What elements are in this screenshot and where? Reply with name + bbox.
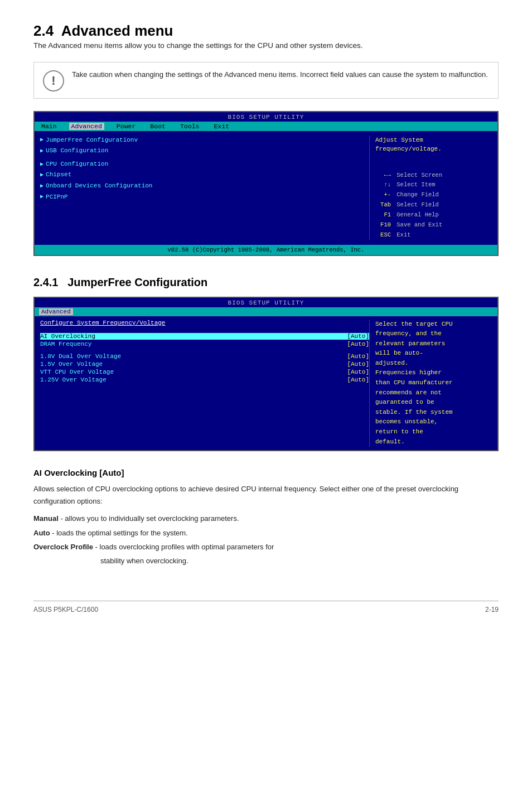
bios-screen-1: BIOS SETUP UTILITY Main Advanced Power B… — [33, 111, 499, 256]
ai-overclocking-body: Allows selection of CPU overclocking opt… — [33, 483, 499, 507]
config-section-label: Configure System Frequency/Voltage — [40, 320, 369, 326]
warning-text: Take caution when changing the settings … — [72, 69, 488, 81]
bios-menu-group-1: ▶ JumperFree Configurationv ▶ USB Config… — [40, 136, 364, 156]
bios-screen-2: BIOS SETUP UTILITY Advanced Configure Sy… — [33, 297, 499, 452]
config-row-ai: AI Overclocking [Auto] — [40, 333, 369, 340]
warning-icon: ! — [43, 70, 64, 91]
bios-item-usb: ▶ USB Configuration — [40, 146, 364, 156]
warning-box: ! Take caution when changing the setting… — [33, 62, 499, 99]
bios-menu-main: Main — [39, 123, 59, 130]
arrow-icon: ▶ — [40, 160, 43, 169]
bios-menu-advanced: Advanced — [69, 123, 104, 130]
bios-help-text: Adjust Systemfrequency/voltage. — [375, 136, 492, 154]
bios-item-jumperfree: ▶ JumperFree Configurationv — [40, 136, 364, 146]
footer-right: 2-19 — [485, 606, 499, 613]
footer-left: ASUS P5KPL-C/1600 — [33, 606, 98, 613]
bios-body-2: Configure System Frequency/Voltage AI Ov… — [35, 316, 497, 451]
config-row-1-25v: 1.25V Over Voltage [Auto] — [40, 376, 369, 383]
bios-menu-group-2: ▶ CPU Configuration ▶ Chipset ▶ Onboard … — [40, 160, 364, 202]
bios-menu-exit: Exit — [211, 123, 231, 130]
bios-header-1: BIOS SETUP UTILITY — [35, 112, 497, 122]
bios-right-panel: Adjust Systemfrequency/voltage. ←→ Selec… — [369, 136, 492, 240]
bios-menu-boot: Boot — [148, 123, 168, 130]
page-footer: ASUS P5KPL-C/1600 2-19 — [33, 601, 499, 613]
bios-item-onboard: ▶ Onboard Devices Configuration — [40, 181, 364, 191]
bios-menubar-1: Main Advanced Power Boot Tools Exit — [35, 122, 497, 131]
bios-menu-advanced-2: Advanced — [39, 308, 73, 315]
bios-item-pci: ▶ PCIPnP — [40, 192, 364, 202]
bios-menu-power: Power — [114, 123, 138, 130]
ai-overclocking-heading: AI Overclocking [Auto] — [33, 468, 499, 477]
arrow-icon: ▶ — [40, 136, 43, 144]
intro-paragraph: The Advanced menu items allow you to cha… — [33, 40, 499, 52]
option-profile-2: stability when overclocking. — [33, 555, 499, 567]
bios-left-panel: ▶ JumperFree Configurationv ▶ USB Config… — [40, 136, 369, 240]
arrow-icon: ▶ — [40, 147, 43, 156]
config-row-1-5v: 1.5V Over Voltage [Auto] — [40, 361, 369, 368]
bios-item-cpu: ▶ CPU Configuration — [40, 160, 364, 170]
config-row-1-8v: 1.8V Dual Over Voltage [Auto] — [40, 353, 369, 360]
subsection-title: 2.4.1 JumperFree Configuration — [33, 276, 499, 289]
arrow-icon: ▶ — [40, 182, 43, 191]
option-auto: Auto - loads the optimal settings for th… — [33, 527, 499, 539]
bios-item-chipset: ▶ Chipset — [40, 170, 364, 180]
arrow-icon: ▶ — [40, 171, 43, 180]
option-manual: Manual - allows you to individually set … — [33, 513, 499, 524]
bios-left-panel-2: Configure System Frequency/Voltage AI Ov… — [40, 320, 369, 447]
option-profile-1: Overclock Profile - loads overclocking p… — [33, 541, 499, 553]
bios-footer-1: v02.58 (C)Copyright 1985-2008, American … — [35, 245, 497, 255]
bios-right-panel-2: Select the target CPU frequency, and the… — [369, 320, 492, 447]
bios-menubar-2: Advanced — [35, 307, 497, 316]
bios-body-1: ▶ JumperFree Configurationv ▶ USB Config… — [35, 131, 497, 245]
page-title: 2.4 Advanced menu — [33, 22, 499, 40]
config-row-vtt: VTT CPU Over Voltage [Auto] — [40, 369, 369, 375]
config-row-dram: DRAM Frequency [Auto] — [40, 341, 369, 347]
bios-key-legend: ←→ Select Screen ↑↓ Select Item +- Chang… — [375, 171, 492, 240]
arrow-icon: ▶ — [40, 192, 43, 201]
bios-menu-tools: Tools — [178, 123, 202, 130]
bios-header-2: BIOS SETUP UTILITY — [35, 298, 497, 307]
